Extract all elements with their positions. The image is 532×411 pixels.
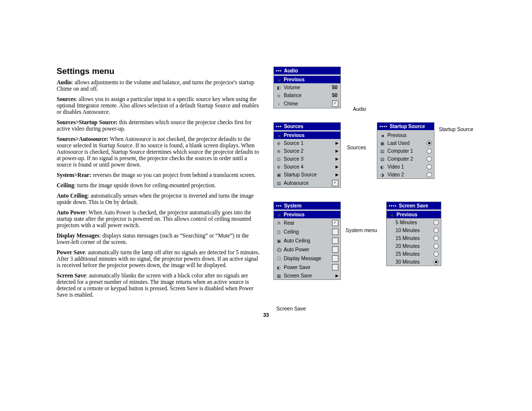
system-menu-header: •••System [274,202,340,209]
para-display-messages: Display Messages: displays status messag… [57,233,261,245]
sources-item-1[interactable]: ⊕Source 1 [274,139,340,147]
chime-checkbox[interactable] [332,101,338,107]
radio[interactable] [427,172,432,177]
startup-source-computer2[interactable]: ▤Computer 2 [377,155,434,163]
source-icon: ⊕ [276,149,282,154]
audio-caption: Audio [353,106,366,112]
startup-source-computer1[interactable]: ▤Computer 1 [377,147,434,155]
rear-icon: Я [276,221,282,226]
startup-source-menu-panel: ••••Startup Source Previous ▣Last Used ▤… [377,122,434,179]
power-save-icon: ◐ [276,265,282,270]
screen-save-25min[interactable]: 25 Minutes [387,250,441,258]
display-message-checkbox[interactable] [332,255,338,262]
chevron-right-icon [335,172,338,177]
screen-save-caption: Screen Save [276,306,306,311]
sources-menu-previous[interactable]: Previous [274,130,340,139]
sources-caption: Sources [347,144,366,150]
audio-menu-header: •••Audio [274,67,340,74]
chime-icon: ♪ [276,102,282,106]
radio-selected[interactable] [427,140,432,146]
source-icon: ⊡ [276,157,282,162]
rear-checkbox[interactable] [332,220,338,226]
auto-power-checkbox[interactable] [332,246,338,253]
back-arrow-icon [379,133,385,138]
screen-save-30min[interactable]: 30 Minutes [387,258,441,266]
left-text-column: Settings menu Audio: allows adjustments … [57,67,261,302]
back-arrow-icon [276,77,282,82]
back-arrow-icon [276,133,282,138]
system-ceiling-row[interactable]: ⊡Ceiling [274,227,340,236]
startup-source-caption: Startup Source [439,126,473,132]
system-power-save-row[interactable]: ◐Power Save [274,263,340,272]
radio[interactable] [433,251,439,257]
autosource-checkbox[interactable] [332,180,338,186]
sources-item-2[interactable]: ⊕Source 2 [274,147,340,155]
system-rear-row[interactable]: ЯRear [274,218,340,227]
volume-icon: ◧ [276,85,282,90]
para-autosource: Sources>Autosource: When Autosource is n… [57,136,261,168]
startup-icon: ▣ [276,172,282,177]
system-menu-panel: •••System Previous ЯRear ⊡Ceiling ▣Auto … [273,202,341,280]
para-startup-source: Sources>Startup Source: this determines … [57,119,261,132]
audio-menu-panel: •••Audio Previous ◧Volume50 ⧈Balance50 ♪… [273,67,341,108]
system-menu-previous[interactable]: Previous [274,209,340,218]
ceiling-checkbox[interactable] [332,229,338,235]
message-icon: ☐ [276,256,282,261]
video-icon: ◑ [379,172,385,177]
sources-item-4[interactable]: ⊕Source 4 [274,163,340,171]
radio[interactable] [433,228,439,233]
para-rear: System>Rear: reverses the image so you c… [57,172,261,178]
startup-source-video1[interactable]: ◐Video 1 [377,163,434,171]
audio-balance-row[interactable]: ⧈Balance50 [274,91,340,99]
page-number: 33 [57,302,475,318]
power-save-checkbox[interactable] [332,264,338,271]
startup-source-previous[interactable]: Previous [377,130,434,139]
computer-icon: ▤ [379,157,385,162]
sources-autosource-row[interactable]: ▤Autosource [274,178,340,187]
screen-save-15min[interactable]: 15 Minutes [387,234,441,242]
source-icon: ⊕ [276,165,282,170]
startup-source-last-used[interactable]: ▣Last Used [377,139,434,147]
radio[interactable] [433,220,439,225]
audio-menu-previous[interactable]: Previous [274,74,340,83]
radio[interactable] [427,164,432,170]
radio[interactable] [427,148,432,154]
right-figures-column: •••Audio Previous ◧Volume50 ⧈Balance50 ♪… [273,67,475,289]
system-auto-ceiling-row[interactable]: ▣Auto Ceiling [274,236,340,245]
sources-startup-source-row[interactable]: ▣Startup Source [274,171,340,178]
screen-save-menu-header: ••••Screen Save [387,202,441,209]
chevron-right-icon [335,165,338,169]
video-icon: ◐ [379,165,385,170]
system-menu-caption: System menu [345,227,377,233]
audio-chime-row[interactable]: ♪Chime [274,99,340,108]
sources-item-3[interactable]: ⊡Source 3 [274,155,340,163]
last-used-icon: ▣ [379,141,385,146]
source-icon: ⊕ [276,141,282,146]
screen-save-previous[interactable]: Previous [387,209,441,218]
page-title: Settings menu [57,67,261,76]
radio[interactable] [427,156,432,162]
system-display-message-row[interactable]: ☐Display Message [274,254,340,263]
radio-selected[interactable] [433,259,439,265]
screen-save-5min[interactable]: 5 Minutes [387,218,441,226]
screen-save-10min[interactable]: 10 Minutes [387,226,441,234]
auto-ceiling-checkbox[interactable] [332,238,338,244]
para-audio: Audio: allows adjustments to the volume … [57,79,261,92]
para-sources: Sources: allows you to assign a particul… [57,96,261,115]
computer-icon: ▤ [379,149,385,154]
startup-source-video2[interactable]: ◑Video 2 [377,171,434,178]
audio-volume-row[interactable]: ◧Volume50 [274,83,340,91]
startup-source-menu-header: ••••Startup Source [377,123,434,130]
sources-menu-header: •••Sources [274,123,340,130]
system-screen-save-row[interactable]: ▦Screen Save [274,272,340,279]
chevron-right-icon [335,149,338,153]
radio[interactable] [433,243,439,249]
radio[interactable] [433,236,439,241]
screen-save-20min[interactable]: 20 Minutes [387,242,441,250]
screen-save-icon: ▦ [276,274,282,278]
chevron-right-icon [335,157,338,161]
chevron-right-icon [335,141,338,145]
system-auto-power-row[interactable]: ⏻Auto Power [274,245,340,254]
autosource-icon: ▤ [276,181,282,186]
sources-menu-panel: •••Sources Previous ⊕Source 1 ⊕Source 2 … [273,122,341,188]
